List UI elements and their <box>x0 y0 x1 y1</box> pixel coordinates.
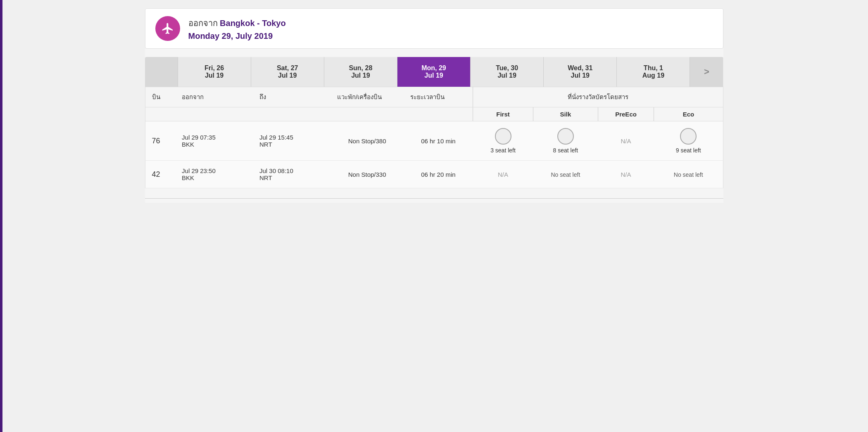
flight-table: บิน ออกจาก ถึง แวะพัก/เครื่องบิน ระยะเวล… <box>145 87 723 188</box>
purple-bar <box>0 0 2 211</box>
plane-icon-wrapper <box>155 16 180 41</box>
col-header-eco: Eco <box>654 107 723 121</box>
preeco-na-76: N/A <box>621 138 631 145</box>
first-seat-circle-76: 3 seat left <box>490 128 516 154</box>
first-seats-76: 3 seat left <box>490 147 516 154</box>
eco-76[interactable]: 9 seat left <box>654 121 723 161</box>
silk-42: No seat left <box>533 161 598 188</box>
depart-code-76: BKK <box>182 141 246 148</box>
flight-row-76: 76 Jul 29 07:35 BKK Jul 29 15:45 NRT Non… <box>145 121 723 161</box>
col-header-preeco: PreEco <box>598 107 654 121</box>
arrive-76: Jul 29 15:45 NRT <box>253 121 331 161</box>
circle-icon-first-76 <box>495 128 511 145</box>
cal-day-0[interactable]: Fri, 26 Jul 19 <box>178 57 251 87</box>
arrive-date-76: Jul 29 15:45 <box>259 134 324 141</box>
silk-no-seat-42: No seat left <box>551 171 580 178</box>
first-76[interactable]: 3 seat left <box>473 121 533 161</box>
main-container: ออกจาก Bangkok - Tokyo Monday 29, July 2… <box>145 8 723 203</box>
flight-num-76: 76 <box>145 121 175 161</box>
col-header-depart: ออกจาก <box>175 87 253 107</box>
duration-76: 06 hr 10 min <box>404 121 473 161</box>
first-na-42: N/A <box>498 171 508 178</box>
stop-76: Non Stop/380 <box>331 121 404 161</box>
cal-day-6[interactable]: Thu, 1 Aug 19 <box>617 57 690 87</box>
depart-date-42: Jul 29 23:50 <box>182 167 246 174</box>
footer-divider <box>145 198 723 203</box>
depart-42: Jul 29 23:50 BKK <box>175 161 253 188</box>
flight-row-42: 42 Jul 29 23:50 BKK Jul 30 08:10 NRT Non… <box>145 161 723 188</box>
col-header-first: First <box>473 107 533 121</box>
cal-day-5[interactable]: Wed, 31 Jul 19 <box>544 57 617 87</box>
stop-42: Non Stop/330 <box>331 161 404 188</box>
plane-icon <box>161 22 174 35</box>
preeco-na-42: N/A <box>621 171 631 178</box>
arrive-code-42: NRT <box>259 174 324 181</box>
seat-class-header-row: First Silk PreEco Eco <box>145 107 723 121</box>
route-text: Bangkok - Tokyo <box>220 19 286 28</box>
col-header-silk: Silk <box>533 107 598 121</box>
eco-seats-76: 9 seat left <box>676 147 701 154</box>
cal-day-2[interactable]: Sun, 28 Jul 19 <box>324 57 397 87</box>
cal-empty <box>145 57 178 87</box>
header-text: ออกจาก Bangkok - Tokyo Monday 29, July 2… <box>188 17 286 41</box>
col-header-flight: บิน <box>145 87 175 107</box>
preeco-42: N/A <box>598 161 654 188</box>
depart-date-76: Jul 29 07:35 <box>182 134 246 141</box>
date-text: Monday 29, July 2019 <box>188 31 286 41</box>
depart-76: Jul 29 07:35 BKK <box>175 121 253 161</box>
col-header-duration: ระยะเวลาบิน <box>404 87 473 107</box>
col-header-stop: แวะพัก/เครื่องบิน <box>331 87 404 107</box>
flight-num-42: 42 <box>145 161 175 188</box>
arrive-date-42: Jul 30 08:10 <box>259 167 324 174</box>
preeco-76: N/A <box>598 121 654 161</box>
col-header-seat-group: ที่นั่งรางวัลบัตรโดยสาร <box>473 87 723 107</box>
calendar-row: Fri, 26 Jul 19 Sat, 27 Jul 19 Sun, 28 Ju… <box>145 57 723 87</box>
cal-day-1[interactable]: Sat, 27 Jul 19 <box>251 57 324 87</box>
arrive-42: Jul 30 08:10 NRT <box>253 161 331 188</box>
cal-day-3-active[interactable]: Mon, 29 Jul 19 <box>397 57 471 87</box>
circle-icon-eco-76 <box>680 128 697 145</box>
calendar-table-wrapper: Fri, 26 Jul 19 Sat, 27 Jul 19 Sun, 28 Ju… <box>145 57 723 188</box>
silk-seat-circle-76: 8 seat left <box>553 128 578 154</box>
silk-seats-76: 8 seat left <box>553 147 578 154</box>
depart-code-42: BKK <box>182 174 246 181</box>
duration-42: 06 hr 20 min <box>404 161 473 188</box>
column-header-row: บิน ออกจาก ถึง แวะพัก/เครื่องบิน ระยะเวล… <box>145 87 723 107</box>
calendar-next-button[interactable]: > <box>690 57 723 87</box>
silk-76[interactable]: 8 seat left <box>533 121 598 161</box>
eco-42: No seat left <box>654 161 723 188</box>
arrive-code-76: NRT <box>259 141 324 148</box>
prefix-text: ออกจาก <box>188 19 220 28</box>
col-header-arrive: ถึง <box>253 87 331 107</box>
cal-day-4[interactable]: Tue, 30 Jul 19 <box>471 57 544 87</box>
circle-icon-silk-76 <box>557 128 574 145</box>
eco-seat-circle-76: 9 seat left <box>676 128 701 154</box>
first-42: N/A <box>473 161 533 188</box>
flight-header: ออกจาก Bangkok - Tokyo Monday 29, July 2… <box>145 8 723 49</box>
eco-no-seat-42: No seat left <box>674 171 703 178</box>
route-line: ออกจาก Bangkok - Tokyo <box>188 17 286 30</box>
